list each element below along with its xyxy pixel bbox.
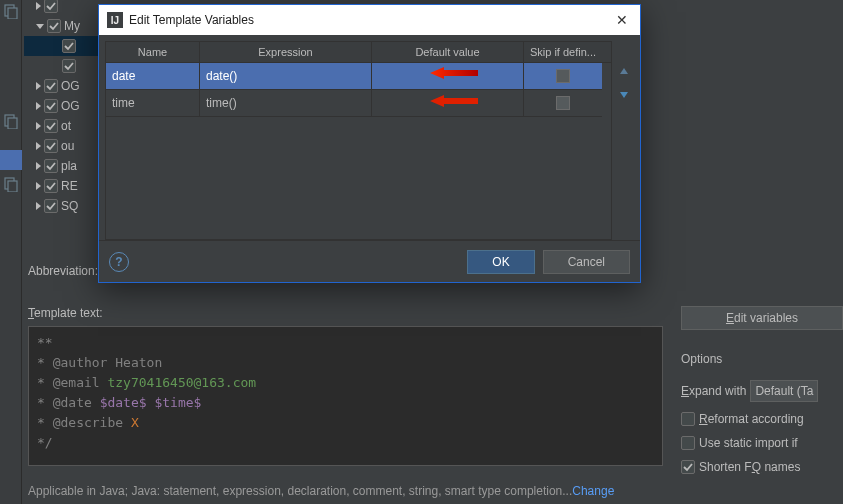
tree-checkbox[interactable] — [44, 119, 58, 133]
reformat-checkbox[interactable] — [681, 412, 695, 426]
chevron-right-icon — [36, 122, 41, 130]
tree-item-label: pla — [61, 159, 77, 173]
svg-rect-1 — [8, 8, 17, 19]
gutter-copy-icon-3[interactable] — [3, 176, 19, 192]
svg-rect-5 — [8, 181, 17, 192]
reformat-label: Reformat according — [699, 412, 804, 426]
tree-checkbox[interactable] — [44, 179, 58, 193]
table-row[interactable]: datedate() — [106, 63, 611, 90]
chevron-right-icon — [36, 142, 41, 150]
static-import-label: Use static import if — [699, 436, 798, 450]
app-icon: IJ — [107, 12, 123, 28]
chevron-down-icon — [36, 24, 44, 29]
change-link[interactable]: Change — [572, 484, 614, 498]
shorten-checkbox[interactable] — [681, 460, 695, 474]
tree-item-label: ou — [61, 139, 74, 153]
tree-item-label: ot — [61, 119, 71, 133]
move-down-icon[interactable] — [612, 85, 636, 103]
close-icon[interactable]: ✕ — [612, 10, 632, 30]
skip-checkbox[interactable] — [556, 96, 570, 110]
cell-skip[interactable] — [524, 90, 602, 117]
dialog-title: Edit Template Variables — [129, 13, 612, 27]
cell-name[interactable]: time — [106, 90, 200, 117]
tree-item-label: My — [64, 19, 80, 33]
tree-checkbox[interactable] — [62, 39, 76, 53]
tree-checkbox[interactable] — [44, 199, 58, 213]
svg-rect-3 — [8, 118, 17, 129]
expand-with-select[interactable]: Default (Ta — [750, 380, 818, 402]
edit-variables-button[interactable]: Edit variables — [681, 306, 843, 330]
tree-checkbox[interactable] — [44, 0, 58, 13]
chevron-right-icon — [36, 182, 41, 190]
col-default[interactable]: Default value — [372, 42, 524, 62]
edit-template-variables-dialog: IJ Edit Template Variables ✕ Name Expres… — [98, 4, 641, 283]
tree-item-label: RE — [61, 179, 78, 193]
shorten-label: Shorten FQ names — [699, 460, 800, 474]
tree-checkbox[interactable] — [47, 19, 61, 33]
expand-with-label: Expand with — [681, 384, 746, 398]
variables-table: Name Expression Default value Skip if de… — [105, 41, 612, 240]
chevron-right-icon — [36, 102, 41, 110]
move-up-icon[interactable] — [612, 63, 636, 81]
tree-checkbox[interactable] — [44, 159, 58, 173]
col-name[interactable]: Name — [106, 42, 200, 62]
help-icon[interactable]: ? — [109, 252, 129, 272]
skip-checkbox[interactable] — [556, 69, 570, 83]
options-label: Options — [681, 352, 843, 366]
tree-checkbox[interactable] — [44, 99, 58, 113]
chevron-right-icon — [36, 202, 41, 210]
abbreviation-label: Abbreviation: — [28, 264, 98, 278]
template-text-editor[interactable]: *** @author Heaton* @email tzy70416450@1… — [28, 326, 663, 466]
col-skip[interactable]: Skip if defin... — [524, 42, 602, 62]
tree-checkbox[interactable] — [44, 79, 58, 93]
tree-item-label: OG — [61, 79, 80, 93]
tree-item-label: OG — [61, 99, 80, 113]
annotation-arrow-2 — [430, 92, 478, 110]
chevron-right-icon — [36, 2, 41, 10]
annotation-arrow-1 — [430, 64, 478, 82]
svg-marker-6 — [430, 67, 478, 79]
cell-name[interactable]: date — [106, 63, 200, 90]
dialog-titlebar[interactable]: IJ Edit Template Variables ✕ — [99, 5, 640, 35]
col-expression[interactable]: Expression — [200, 42, 372, 62]
ok-button[interactable]: OK — [467, 250, 534, 274]
cancel-button[interactable]: Cancel — [543, 250, 630, 274]
static-import-checkbox[interactable] — [681, 436, 695, 450]
svg-marker-7 — [430, 95, 478, 107]
chevron-right-icon — [36, 82, 41, 90]
tree-checkbox[interactable] — [62, 59, 76, 73]
applicable-text: Applicable in Java; Java: statement, exp… — [28, 484, 572, 498]
chevron-right-icon — [36, 162, 41, 170]
tree-item-label: SQ — [61, 199, 78, 213]
cell-expression[interactable]: date() — [200, 63, 372, 90]
cell-skip[interactable] — [524, 63, 602, 90]
cell-expression[interactable]: time() — [200, 90, 372, 117]
gutter-copy-icon[interactable] — [3, 3, 19, 19]
gutter-copy-icon-2[interactable] — [3, 113, 19, 129]
tree-checkbox[interactable] — [44, 139, 58, 153]
table-row[interactable]: timetime() — [106, 90, 611, 117]
